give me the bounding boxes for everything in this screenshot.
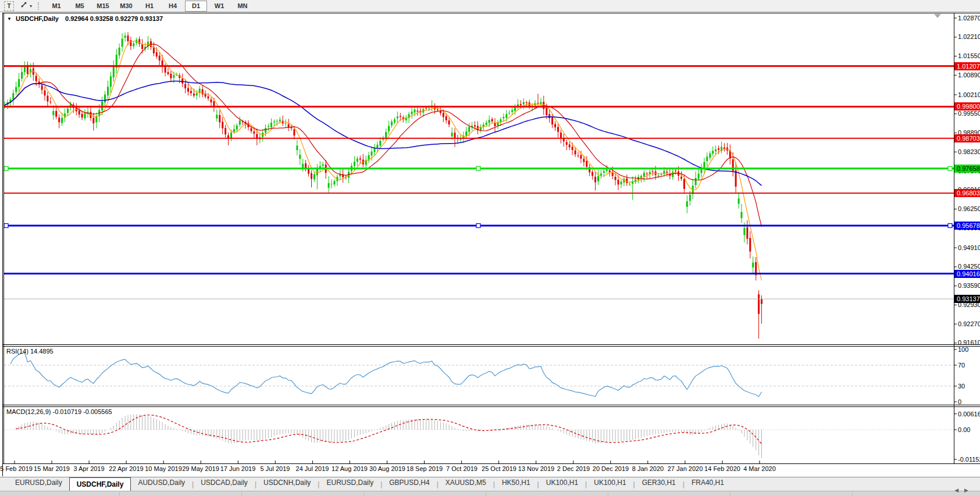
status-strip [0,491,980,496]
hline-0.99800[interactable] [4,106,954,108]
chart-tab-gbpusd-h4[interactable]: GBPUSD,H4 [382,479,436,491]
chart-tab-ger30-h1[interactable]: GER30,H1 [635,479,683,491]
chart-tab-usdcad-daily[interactable]: USDCAD,Daily [194,479,255,491]
chart-tab-eurusd-daily[interactable]: EURUSD,Daily [319,479,380,491]
timeframe-button-w1[interactable]: W1 [208,1,230,12]
status-strip-separator [119,492,120,496]
chart-shift-marker[interactable] [934,14,941,18]
chart-tab-usdcnh-daily[interactable]: USDCNH,Daily [256,479,318,491]
hline-handle[interactable] [948,166,952,170]
rsi-axis-label: 70 [958,362,965,369]
macd-label: MACD(12,26,9) -0.010719 -0.005565 [6,408,112,415]
date-axis-label: 3 Apr 2019 [73,465,104,472]
hline-handle[interactable] [948,224,952,228]
tab-scroll-left-icon[interactable]: ◀ [954,487,964,493]
hline-handle[interactable] [476,224,480,228]
date-axis-label: 22 Apr 2019 [109,465,143,472]
timeframe-button-h1[interactable]: H1 [138,1,161,12]
timeframe-button-m30[interactable]: M30 [115,1,137,12]
date-axis-label: 14 Feb 2020 [704,465,740,472]
date-axis-label: 29 May 2019 [182,465,219,472]
date-axis-label: 30 Aug 2019 [369,465,405,472]
rsi-axis-label: 0 [958,398,961,406]
price-tag-0.94016: 0.94016 [954,270,980,278]
price-axis-label: 1.01550 [958,52,980,60]
chevron-down-icon[interactable]: ▾ [30,3,32,9]
chart-tab-uk100-h1[interactable]: UK100,H1 [539,479,585,491]
price-axis-label: 1.00210 [958,91,980,99]
candles [4,32,763,338]
date-axis-label: 15 Mar 2019 [34,465,70,472]
chart-tab-uk100-h1[interactable]: UK100,H1 [587,479,633,491]
ma-line-5 [5,41,762,281]
status-strip-separator [730,492,730,496]
ma-line-13 [5,44,762,227]
date-axis-label: 13 Nov 2019 [518,465,554,472]
price-axis-label: 0.92270 [958,320,980,328]
hline-handle[interactable] [4,166,8,170]
timeframe-button-m5[interactable]: M5 [69,1,91,12]
chart-tab-fra40-h1[interactable]: FRA40,H1 [685,479,731,491]
macd-axis-label: 0.00 [958,426,970,434]
chart-title: ▼ USDCHF,Daily 0.92964 0.93258 0.92279 0… [7,15,163,22]
timeframe-button-m15[interactable]: M15 [92,1,114,12]
date-axis-label: 10 May 2019 [145,465,182,472]
chart-ohlc-values: 0.92964 0.93258 0.92279 0.93137 [65,15,163,22]
price-tag-1.01207: 1.01207 [954,62,980,70]
date-axis-label: 4 Mar 2020 [743,465,776,472]
macd-axis-label: -0.011523 [958,456,980,463]
timeframe-button-mn[interactable]: MN [231,1,254,12]
price-axis-label: 1.02870 [958,15,980,22]
price-axis-label: 0.98230 [958,148,980,156]
hline-0.96803[interactable] [4,192,954,194]
pane-borders [2,13,980,476]
chart-canvas [0,0,980,496]
date-axis-label: 8 Jan 2020 [632,465,664,472]
macd-axis-label: 0.006166 [958,411,980,418]
diagonal-arrow-icon [20,1,28,11]
chart-tab-eurusd-daily[interactable]: EURUSD,Daily [8,479,69,491]
hline-handle[interactable] [476,166,480,170]
status-strip-separator [241,492,242,496]
trading-terminal: T ▾ M1M5M15M30H1H4D1W1MN ▼ USDCHF,Daily … [0,0,980,496]
hline-handle[interactable] [4,224,8,228]
diagonal-arrow-tool[interactable]: ▾ [20,1,32,11]
date-axis-label: 17 Jun 2019 [220,465,256,472]
status-strip-separator [486,492,486,496]
hline-0.97658[interactable] [4,166,954,170]
timeframe-button-m1[interactable]: M1 [45,1,67,12]
rsi-axis-label: 30 [958,383,965,390]
chart-tab-bar: EURUSD,DailyUSDCHF,DailyAUDUSD,Daily|USD… [0,477,980,491]
timeframe-button-d1[interactable]: D1 [185,1,207,12]
tabbar-left-pad [0,479,8,491]
macd-histogram [16,414,762,458]
tab-scroll-right-icon[interactable]: ▶ [964,487,974,493]
price-tag-0.97658: 0.97658 [954,165,980,173]
price-axis-label: 0.99550 [958,110,980,117]
ma-line-55 [5,81,762,186]
status-strip-separator [608,492,608,496]
rsi-line [10,353,762,397]
price-axis-label: 1.02210 [958,33,980,41]
chart-symbol-label: USDCHF,Daily [16,15,59,22]
hline-0.95678[interactable] [4,224,954,228]
collapse-icon[interactable]: ▼ [7,16,12,22]
hline-0.98703[interactable] [4,138,954,139]
date-axis-label: 25 Oct 2019 [482,465,516,472]
current-price-tag: 0.93137 [954,295,980,303]
timeframe-button-h4[interactable]: H4 [162,1,184,12]
toolbar: T ▾ M1M5M15M30H1H4D1W1MN [0,0,980,12]
hline-0.94016[interactable] [4,273,954,274]
rsi-axis-label: 100 [958,346,968,354]
price-axis-label: 1.00890 [958,72,980,79]
chart-tab-usdchf-daily[interactable]: USDCHF,Daily [69,477,131,491]
price-tag-0.98703: 0.98703 [954,134,980,142]
toolbar-grip[interactable] [38,2,40,10]
chart-tab-hk50-h1[interactable]: HK50,H1 [495,479,537,491]
date-axis-label: 24 Jul 2019 [296,465,329,472]
chart-tab-audusd-daily[interactable]: AUDUSD,Daily [131,479,192,491]
text-tool-icon[interactable]: T [4,1,14,11]
tab-scroll-arrows: ◀▶ [954,487,974,493]
hline-1.01207[interactable] [4,65,954,67]
chart-tab-xauusd-m5[interactable]: XAUUSD,M5 [439,479,493,491]
